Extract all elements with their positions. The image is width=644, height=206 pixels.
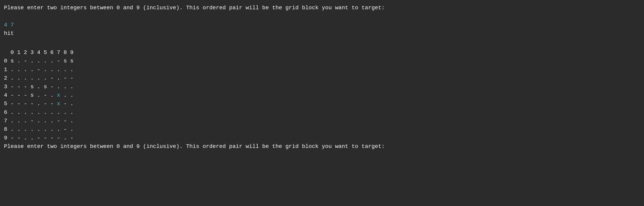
grid-row: 1 . . . . - . . . . .	[4, 65, 640, 74]
terminal-container: Please enter two integers between 0 and …	[4, 3, 640, 151]
user-input-line: 4 7	[4, 21, 640, 29]
prompt-line-1: Please enter two integers between 0 and …	[4, 3, 640, 12]
row-label: 5	[4, 101, 7, 107]
row-cells: . . . . . . . . . .	[7, 109, 74, 115]
hit-marker: x	[57, 92, 60, 98]
row-cells: - - - s . s - . . .	[7, 84, 74, 90]
row-label: 2	[4, 75, 7, 81]
hit-result-line: hit	[4, 29, 640, 38]
grid-row: 3 - - - s . s - . . .	[4, 82, 640, 91]
row-label: 6	[4, 109, 7, 115]
row-label: 1	[4, 67, 7, 73]
row-cells: - - - s . - . x . .	[7, 92, 74, 98]
grid-row: 8 . . . . . . . . - .	[4, 125, 640, 134]
row-label: 7	[4, 118, 7, 124]
row-label: 9	[4, 135, 7, 141]
grid-row: 2 . . . . . . - . - -	[4, 74, 640, 82]
row-label: 3	[4, 84, 7, 90]
grid-row: 5 - - - - . - - x - .	[4, 99, 640, 108]
row-label: 0	[4, 58, 7, 64]
grid-display: 0 s . - . . . . - s s1 . . . . - . . . .…	[4, 57, 640, 142]
row-cells: - - . . - - - - . -	[7, 135, 74, 141]
row-cells: . . . . - . . . . .	[7, 67, 74, 73]
row-label: 8	[4, 126, 7, 132]
row-cells: . . . - . . . - - .	[7, 118, 74, 124]
empty-line-1	[4, 12, 640, 20]
hit-marker: x	[57, 101, 60, 107]
row-label: 4	[4, 92, 7, 98]
row-cells: - - - - . - - x - .	[7, 101, 74, 107]
empty-line-2	[4, 38, 640, 46]
prompt-line-2: Please enter two integers between 0 and …	[4, 142, 640, 151]
grid-row: 0 s . - . . . . - s s	[4, 57, 640, 65]
grid-row: 4 - - - s . - . x . .	[4, 91, 640, 99]
grid-row: 7 . . . - . . . - - .	[4, 117, 640, 125]
grid-row: 9 - - . . - - - - . -	[4, 134, 640, 142]
grid-header: 0 1 2 3 4 5 6 7 8 9	[4, 48, 640, 57]
grid-row: 6 . . . . . . . . . .	[4, 108, 640, 117]
row-cells: s . - . . . . - s s	[7, 58, 74, 64]
row-cells: . . . . . . . . - .	[7, 126, 74, 132]
row-cells: . . . . . . - . - -	[7, 75, 74, 81]
